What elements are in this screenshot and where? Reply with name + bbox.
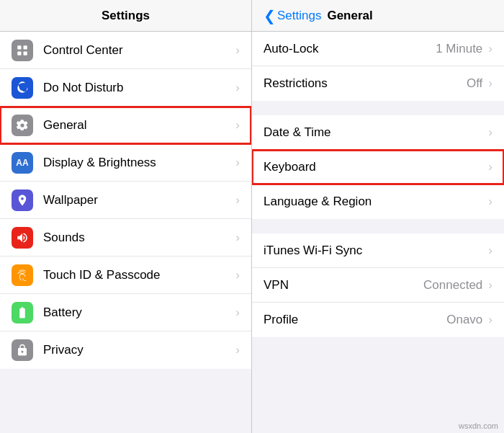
sidebar-item-general[interactable]: General › [0,107,251,144]
sidebar-item-wallpaper[interactable]: Wallpaper › [0,182,251,219]
battery-icon [12,302,33,323]
top-bar: Settings ❮ Settings General [0,0,504,32]
keyboard-chevron: › [488,160,492,174]
sidebar-item-sounds[interactable]: Sounds › [0,219,251,256]
vpn-chevron: › [488,278,492,293]
battery-chevron: › [235,305,240,320]
auto-lock-value: 1 Minute [436,42,482,56]
profile-chevron: › [488,313,492,327]
back-button[interactable]: ❮ Settings [264,9,321,23]
svg-rect-3 [24,51,27,55]
auto-lock-label: Auto-Lock [264,42,436,56]
control-center-label: Control Center [43,43,235,58]
sounds-icon [12,227,33,249]
vpn-label: VPN [264,278,423,293]
right-group-3: iTunes Wi-Fi Sync › VPN Connected › Prof… [252,233,504,337]
language-label: Language & Region [264,195,482,209]
do-not-disturb-chevron: › [235,81,240,95]
itunes-chevron: › [488,244,492,258]
sounds-label: Sounds [43,231,235,245]
right-panel: Auto-Lock 1 Minute › Restrictions Off › … [252,32,504,433]
privacy-icon [12,339,33,361]
date-time-label: Date & Time [264,125,482,140]
profile-value: Onavo [446,313,482,327]
profile-label: Profile [264,313,446,327]
left-panel-header: Settings [0,0,252,31]
vpn-value: Connected [423,278,482,293]
right-panel-header: ❮ Settings General [252,0,504,31]
right-item-language[interactable]: Language & Region › [252,184,504,219]
group-gap-2 [252,219,504,233]
restrictions-chevron: › [488,76,492,91]
watermark: wsxdn.com [459,421,498,430]
control-center-icon [12,40,33,61]
right-item-date-time[interactable]: Date & Time › [252,115,504,150]
restrictions-label: Restrictions [264,76,467,91]
right-item-keyboard[interactable]: Keyboard › [252,150,504,184]
general-title: General [327,9,372,23]
wallpaper-chevron: › [235,193,240,207]
do-not-disturb-label: Do Not Disturb [43,81,235,95]
left-panel: Control Center › Do Not Disturb › Genera… [0,32,252,433]
display-label: Display & Brightness [43,156,235,170]
language-chevron: › [488,195,492,209]
right-item-itunes[interactable]: iTunes Wi-Fi Sync › [252,233,504,268]
general-chevron: › [235,118,240,133]
right-group-1: Auto-Lock 1 Minute › Restrictions Off › [252,32,504,101]
sidebar-item-control-center[interactable]: Control Center › [0,32,251,69]
privacy-label: Privacy [43,343,235,357]
sidebar-item-touch-id[interactable]: Touch ID & Passcode › [0,256,251,294]
main-content: Control Center › Do Not Disturb › Genera… [0,32,504,433]
sidebar-item-battery[interactable]: Battery › [0,294,251,331]
sidebar-item-display[interactable]: AA Display & Brightness › [0,144,251,182]
keyboard-label: Keyboard [264,160,482,174]
sidebar-item-privacy[interactable]: Privacy › [0,331,251,369]
right-item-auto-lock[interactable]: Auto-Lock 1 Minute › [252,32,504,66]
right-item-vpn[interactable]: VPN Connected › [252,268,504,303]
auto-lock-chevron: › [488,42,492,56]
wallpaper-label: Wallpaper [43,193,235,207]
display-chevron: › [235,156,240,170]
privacy-chevron: › [235,343,240,357]
right-group-2: Date & Time › Keyboard › Language & Regi… [252,115,504,219]
settings-title: Settings [102,9,150,23]
date-time-chevron: › [488,125,492,140]
right-item-restrictions[interactable]: Restrictions Off › [252,66,504,101]
sidebar-item-do-not-disturb[interactable]: Do Not Disturb › [0,69,251,107]
back-label: Settings [277,9,321,23]
touch-id-icon [12,264,33,286]
svg-rect-2 [17,51,21,55]
restrictions-value: Off [467,76,482,91]
touch-id-chevron: › [235,268,240,282]
display-icon: AA [12,152,33,174]
back-chevron-icon: ❮ [264,9,276,23]
control-center-chevron: › [235,43,240,58]
sounds-chevron: › [235,231,240,245]
battery-label: Battery [43,305,235,320]
wallpaper-icon [12,189,33,211]
svg-rect-0 [17,45,21,49]
touch-id-label: Touch ID & Passcode [43,268,235,282]
group-gap-1 [252,101,504,115]
itunes-label: iTunes Wi-Fi Sync [264,244,482,258]
general-icon [12,115,33,136]
svg-rect-1 [24,45,27,49]
right-item-profile[interactable]: Profile Onavo › [252,303,504,337]
left-list-group: Control Center › Do Not Disturb › Genera… [0,32,251,369]
do-not-disturb-icon [12,77,33,99]
general-label: General [43,118,235,133]
